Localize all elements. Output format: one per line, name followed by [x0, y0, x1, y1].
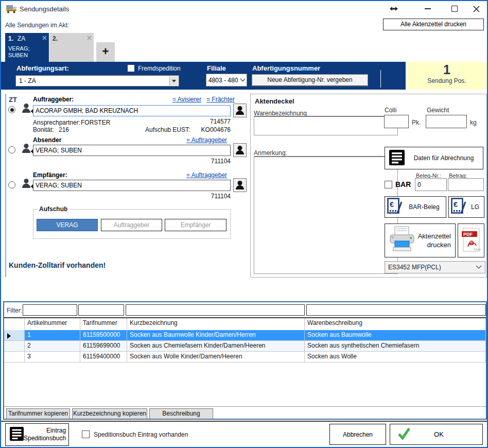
titlebar: Sendungsdetails [1, 1, 487, 16]
aufschub-empfaenger-button[interactable]: Empfänger [165, 219, 226, 231]
position-label: Sendung Pos. [407, 77, 487, 84]
list-icon [10, 427, 24, 442]
abfertigungsart-select[interactable]: 1 - ZA [15, 75, 179, 87]
absender-person-button[interactable] [233, 143, 247, 157]
add-tab-button[interactable]: + [96, 42, 115, 62]
resize-icon[interactable] [388, 4, 399, 14]
neue-abfertigungsnummer-button[interactable]: Neue Abfertigung-Nr. vergeben [252, 74, 368, 87]
absender-auftraggeber-link[interactable]: = Auftraggeber [186, 136, 227, 144]
dropdown-arrow-icon[interactable] [169, 76, 178, 85]
column-header[interactable]: Kurzbezeichnung [127, 318, 305, 330]
sendungsdetails-window: Sendungsdetails Alle Sendungen im Akt: A… [0, 0, 488, 448]
fraechter-link[interactable]: = Frächter [206, 96, 235, 103]
minimize-icon[interactable] [422, 4, 433, 14]
euro-document-icon: € [451, 198, 466, 217]
tarifnummer-kopieren-button[interactable]: Tarifnummer kopieren [6, 408, 70, 419]
gewicht-input[interactable] [426, 115, 467, 128]
empfaenger-input[interactable] [33, 180, 231, 191]
auftraggeber-number: 714577 [155, 118, 231, 125]
empfaenger-label: Empfänger: [33, 171, 67, 179]
beschreibung-kopieren-button[interactable]: Beschreibung kopieren [149, 408, 213, 419]
column-header[interactable]: Warenbeschreibung [305, 318, 486, 330]
empfaenger-radio[interactable] [8, 181, 15, 188]
colli-input[interactable] [384, 115, 409, 128]
filter-tarifnummer-input[interactable] [78, 304, 124, 316]
beleg-nr-input[interactable] [415, 178, 447, 191]
auftraggeber-radio[interactable] [8, 106, 15, 113]
printer-select[interactable]: ES3452 MFP(PCL) [385, 261, 485, 273]
aufschub-group: Aufschub VERAG Auftraggeber Empfänger [33, 209, 231, 239]
speditionsbuch-checkbox[interactable] [82, 430, 90, 438]
aktenzettel-drucken-button[interactable]: Aktenzettel drucken [385, 223, 456, 257]
euro-document-icon: € [387, 198, 403, 217]
pdf-button[interactable]: PDF Adobe [458, 223, 484, 257]
empfaenger-number: 711104 [155, 193, 231, 200]
close-icon[interactable] [470, 4, 482, 14]
anmerkung-textarea[interactable] [254, 156, 398, 274]
absender-number: 711104 [155, 158, 231, 165]
bonitaet-label: Bonität: [33, 126, 54, 133]
kurzbezeichnung-kopieren-button[interactable]: Kurzbezeichnung kopieren [72, 408, 147, 419]
warenbezeichnung-textarea[interactable] [254, 116, 398, 135]
maximize-icon[interactable] [449, 4, 460, 14]
gewicht-label: Gewicht [427, 107, 449, 114]
svg-text:PDF: PDF [463, 232, 473, 237]
aufschub-verag-button[interactable]: VERAG [37, 219, 98, 231]
filter-label: Filter: [7, 307, 22, 314]
lg-button[interactable]: € LG [448, 196, 484, 218]
tab-1-customer-line1: VERAG; [8, 45, 46, 52]
auftraggeber-input[interactable] [33, 105, 231, 116]
person-icon [235, 106, 245, 115]
aufschub-eust-label: Aufschub EUST: [145, 126, 190, 133]
list-icon [389, 150, 405, 167]
alle-aktenzettel-drucken-button[interactable]: Alle Aktenzettel drucken [383, 19, 484, 30]
avisierer-link[interactable]: = Avisierer [172, 96, 201, 103]
colli-unit: Pk. [412, 119, 421, 126]
current-row-indicator [4, 330, 25, 341]
tab-1-close-icon[interactable] [42, 35, 47, 42]
zolltarif-note: Kunden-Zolltarif vorhanden! [9, 261, 106, 269]
filter-kurzbezeichnung-input[interactable] [126, 304, 305, 316]
colli-label: Colli [385, 107, 396, 114]
table-row[interactable]: 1 61159500000 Socken aus Baumwolle Kinde… [4, 330, 486, 341]
footer-bar: Eintrag Speditionsbuch Speditionsbuch Ei… [1, 421, 487, 447]
abbrechen-button[interactable]: Abbrechen [329, 424, 386, 445]
filter-warenbeschreibung-input[interactable] [306, 304, 486, 316]
tab-sendung-2[interactable]: 2. [49, 33, 94, 62]
absender-radio[interactable] [8, 146, 15, 153]
speditionsbuch-checkbox-label: Speditionsbuch Eintrag vorhanden [94, 431, 188, 438]
table-row[interactable]: 3 61159400000 Socken aus Wolle Kinder/Da… [4, 352, 486, 363]
aufschub-group-label: Aufschub [38, 205, 69, 213]
bar-beleg-button[interactable]: € BAR-Beleg [385, 196, 446, 218]
tariff-grid-section: Filter: Artikelnummer Tarifnummer Kurzbe… [3, 301, 487, 420]
tab-sendung-1[interactable]: 1.ZA VERAG; SUBEN [5, 33, 49, 62]
person-icon [235, 180, 245, 190]
filter-artikelnummer-input[interactable] [23, 304, 77, 316]
ok-button[interactable]: OK [390, 424, 483, 445]
empfaenger-auftraggeber-link[interactable]: = Auftraggeber [186, 171, 227, 179]
table-row[interactable]: 2 61159699000 Socken aus Chemiefasern Ki… [4, 341, 486, 352]
pdf-icon: PDF Adobe [461, 227, 481, 254]
auftraggeber-label: Auftraggeber: [33, 96, 74, 103]
anmerkung-label: Anmerkung: [254, 149, 287, 157]
column-header[interactable]: Tarifnummer [80, 318, 127, 330]
tab-1-customer-line2: SUBEN [8, 52, 46, 59]
filiale-label: Filiale [207, 64, 226, 72]
eintrag-speditionsbuch-button[interactable]: Eintrag Speditionsbuch [5, 423, 69, 446]
auftraggeber-person-button[interactable] [233, 104, 247, 117]
banner-separator [380, 70, 381, 88]
column-header[interactable]: Artikelnummer [25, 318, 80, 330]
fremdspedition-checkbox[interactable] [128, 65, 134, 72]
daten-fuer-abrechnung-button[interactable]: Daten für Abrechnung [385, 147, 483, 169]
window-title: Sendungsdetails [20, 5, 69, 13]
empfaenger-person-button[interactable] [233, 178, 247, 192]
tab-2-close-icon[interactable] [87, 35, 92, 42]
filiale-select[interactable]: 4803 - 480 [206, 74, 247, 87]
betrag-input[interactable] [448, 178, 484, 191]
svg-text:€: € [390, 200, 394, 209]
aufschub-auftraggeber-button[interactable]: Auftraggeber [101, 219, 162, 231]
absender-label: Absender [33, 136, 61, 144]
position-count: 1 [407, 62, 487, 77]
bar-checkbox[interactable] [385, 181, 392, 188]
absender-input[interactable] [33, 145, 231, 156]
